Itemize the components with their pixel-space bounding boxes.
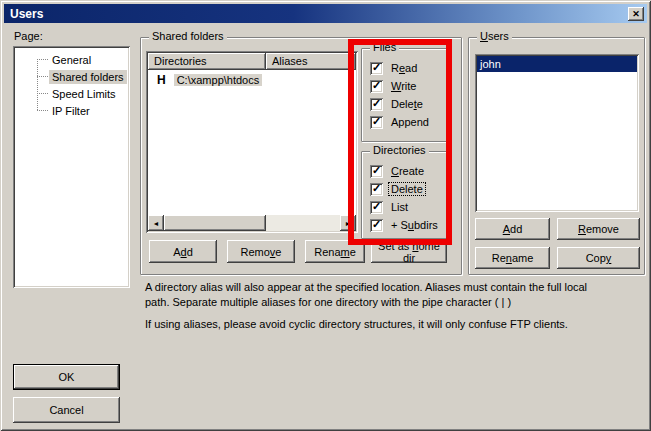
scroll-left-icon: ◄ (153, 220, 160, 227)
directories-permissions-group: Directories ✓ Create ✓ Delete ✓ List ✓ +… (361, 151, 449, 239)
checkbox-box: ✓ (370, 116, 383, 129)
copy-user-button[interactable]: Copy (557, 247, 640, 269)
check-icon: ✓ (372, 183, 381, 194)
tree-item-label: IP Filter (49, 104, 93, 118)
checkbox-label: Create (389, 165, 426, 177)
remove-directory-button[interactable]: Remove (227, 240, 295, 263)
close-icon: ✕ (632, 9, 640, 19)
tree-branch-icon (37, 76, 48, 77)
column-header-filler (352, 53, 356, 70)
tree-item-shared-folders[interactable]: Shared folders (13, 68, 130, 85)
shared-folders-group: Shared folders Directories Aliases H C:\… (140, 37, 462, 275)
check-icon: ✓ (372, 62, 381, 73)
close-button[interactable]: ✕ (628, 7, 644, 21)
tree-branch-icon (37, 59, 48, 60)
column-header-aliases[interactable]: Aliases (266, 53, 352, 70)
home-flag: H (157, 73, 166, 87)
ok-button-frame: OK (13, 364, 120, 390)
checkbox-list[interactable]: ✓ List (362, 198, 448, 216)
rename-user-button[interactable]: Rename (475, 247, 550, 269)
tree-item-general[interactable]: General (13, 51, 130, 68)
window-title: Users (10, 7, 628, 21)
checkbox-subdirs[interactable]: ✓ + Subdirs (362, 216, 448, 234)
tree-item-label: Speed Limits (49, 87, 119, 101)
page-tree[interactable]: General Shared folders Speed Limits IP F… (13, 46, 130, 288)
alias-note-1: A directory alias will also appear at th… (145, 280, 607, 310)
users-list[interactable]: john (475, 54, 639, 212)
checkbox-label: Write (389, 80, 418, 92)
tree-branch-icon (37, 93, 48, 94)
user-item-john[interactable]: john (477, 56, 637, 72)
ok-button[interactable]: OK (14, 365, 119, 389)
tree-branch-icon (37, 110, 48, 111)
check-icon: ✓ (372, 116, 381, 127)
horizontal-scrollbar[interactable]: ◄ ► (148, 215, 356, 231)
users-dialog: Users ✕ Page: General Shared folders Spe… (0, 0, 651, 431)
shared-folders-group-label: Shared folders (149, 30, 227, 43)
checkbox-delete-files[interactable]: ✓ Delete (362, 95, 448, 113)
column-header-label: Directories (154, 55, 207, 67)
alias-notes: A directory alias will also appear at th… (145, 280, 607, 339)
users-group: Users john Add Remove Rename Copy (468, 37, 645, 275)
checkbox-read[interactable]: ✓ Read (362, 59, 448, 77)
scroll-right-icon: ► (345, 220, 352, 227)
directories-list[interactable]: Directories Aliases H C:\xampp\htdocs ◄ … (146, 51, 358, 233)
remove-user-button[interactable]: Remove (557, 218, 640, 240)
column-header-label: Aliases (272, 55, 307, 67)
scrollbar-track[interactable] (164, 215, 340, 231)
checkbox-label: Read (389, 62, 419, 74)
tree-item-label-selected: Shared folders (49, 70, 127, 84)
tree-item-label: General (49, 53, 94, 67)
checkbox-label-focused: Delete (389, 183, 425, 195)
users-group-label: Users (477, 30, 512, 43)
checkbox-label: Append (389, 116, 431, 128)
checkbox-box: ✓ (370, 98, 383, 111)
set-as-home-dir-button[interactable]: Set as home dir (371, 240, 447, 263)
alias-note-2: If using aliases, please avoid cyclic di… (145, 317, 607, 332)
tree-item-ip-filter[interactable]: IP Filter (13, 102, 130, 119)
check-icon: ✓ (372, 201, 381, 212)
rename-directory-button[interactable]: Rename (305, 240, 365, 263)
checkbox-label: + Subdirs (389, 219, 440, 231)
checkbox-box: ✓ (370, 165, 383, 178)
checkbox-box: ✓ (370, 201, 383, 214)
tree-item-speed-limits[interactable]: Speed Limits (13, 85, 130, 102)
scrollbar-thumb[interactable] (164, 215, 266, 231)
cancel-button[interactable]: Cancel (13, 397, 120, 423)
add-user-button[interactable]: Add (475, 218, 550, 240)
checkbox-label: Delete (389, 98, 425, 110)
files-permissions-group: Files ✓ Read ✓ Write ✓ Delete ✓ Append (361, 48, 449, 142)
add-directory-button[interactable]: Add (149, 240, 217, 263)
list-header: Directories Aliases (148, 53, 356, 70)
checkbox-label: List (389, 201, 410, 213)
scroll-left-button[interactable]: ◄ (148, 215, 164, 231)
directories-group-label: Directories (370, 144, 429, 157)
check-icon: ✓ (372, 165, 381, 176)
files-group-label: Files (370, 41, 399, 54)
checkbox-delete-directories[interactable]: ✓ Delete (362, 180, 448, 198)
checkbox-box: ✓ (370, 62, 383, 75)
titlebar[interactable]: Users ✕ (4, 4, 647, 23)
check-icon: ✓ (372, 98, 381, 109)
check-icon: ✓ (372, 219, 381, 230)
checkbox-write[interactable]: ✓ Write (362, 77, 448, 95)
directory-row[interactable]: H C:\xampp\htdocs (148, 72, 262, 87)
scroll-right-button[interactable]: ► (340, 215, 356, 231)
checkbox-box: ✓ (370, 183, 383, 196)
checkbox-create[interactable]: ✓ Create (362, 162, 448, 180)
checkbox-box: ✓ (370, 219, 383, 232)
checkbox-append[interactable]: ✓ Append (362, 113, 448, 131)
column-header-directories[interactable]: Directories (148, 53, 266, 70)
page-label: Page: (14, 30, 43, 42)
check-icon: ✓ (372, 80, 381, 91)
checkbox-box: ✓ (370, 80, 383, 93)
directory-path: C:\xampp\htdocs (174, 74, 263, 86)
